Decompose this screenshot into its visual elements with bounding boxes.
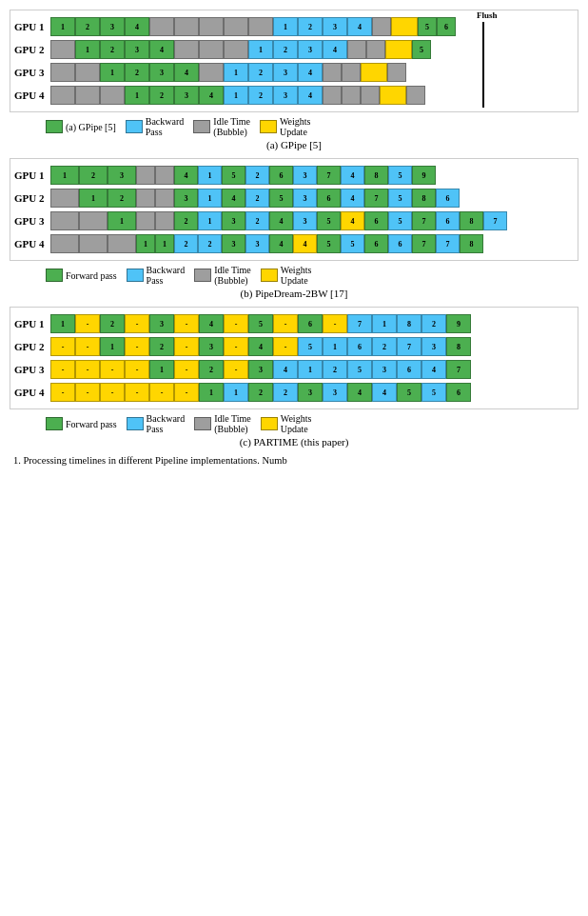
cell: 3 [323,383,347,402]
cell: 3 [293,211,317,230]
cell [199,40,224,59]
cell: 2 [79,166,108,185]
cell: - [224,314,248,333]
timeline: - - 1 - 2 - 3 - 4 - 5 1 6 2 7 3 8 [50,337,574,356]
legend-item-weights: WeightsUpdate [260,116,311,137]
cell [79,234,108,253]
cell: 4 [298,86,323,105]
cell [136,166,155,185]
cell: 2 [174,211,198,230]
cell: 1 [224,383,248,402]
cell: 4 [293,234,317,253]
cell: 2 [248,63,273,82]
cell: 2 [323,360,347,379]
gpu-row: GPU 3 - - - - 1 - 2 - 3 4 1 2 5 3 6 [14,359,574,380]
cell: 1 [198,189,222,208]
figure-caption: 1. Processing timelines in different Pip… [10,455,578,466]
cell: 1 [136,234,155,253]
cell: - [125,360,149,379]
cell: 4 [149,40,174,59]
cell [50,86,75,105]
cell: 9 [412,166,436,185]
legend-color-weights [261,269,278,282]
cell: - [125,383,149,402]
cell: 4 [347,383,372,402]
cell [50,189,79,208]
cell: 4 [341,211,364,230]
gpu-row: GPU 2 1 2 3 1 4 2 5 3 6 4 7 5 [14,188,574,209]
cell: 8 [446,337,471,356]
cell [380,86,406,105]
cell: - [174,337,199,356]
legend-item-idle: Idle Time(Bubble) [194,265,251,286]
cell [174,40,199,59]
cell: 8 [460,211,483,230]
section-gpipe: Flush GPU 1 1 2 3 4 1 2 3 [10,10,578,150]
flush-line [482,22,484,108]
gpu-row: GPU 4 - - - - - - 1 1 2 2 3 3 4 4 5 [14,382,574,403]
legend-item-forward: Forward pass [46,417,117,430]
cell: 2 [245,211,269,230]
caption-gpipe: (a) GPipe [5] [10,139,578,150]
cell: 2 [149,86,174,105]
legend-item-weights: WeightsUpdate [261,265,312,286]
cell: 2 [273,40,298,59]
gpu-row: GPU 2 - - 1 - 2 - 3 - 4 - 5 1 6 2 7 [14,336,574,357]
flush-label: Flush [477,10,498,20]
cell: 3 [222,234,245,253]
cell: 1 [79,189,108,208]
section-pipedream: GPU 1 1 2 3 4 1 5 2 6 3 7 4 8 5 [10,158,578,299]
cell: - [174,360,199,379]
legend-label-forward: Forward pass [66,270,117,281]
gpu-label: GPU 3 [14,364,50,375]
cell: 3 [293,189,317,208]
cell [199,17,224,36]
cell: 3 [273,86,298,105]
cell: 3 [199,337,224,356]
cell: 2 [100,40,125,59]
cell [224,17,248,36]
cell: 5 [412,40,431,59]
cell: 5 [388,166,412,185]
diagram-gpipe: Flush GPU 1 1 2 3 4 1 2 3 [10,10,578,112]
cell: 7 [436,234,460,253]
cell: 1 [50,314,75,333]
timeline: 1 1 2 2 3 3 4 4 5 5 6 6 7 7 8 [50,234,574,253]
cell: 2 [372,337,397,356]
cell: 3 [245,234,269,253]
legend-item-weights: WeightsUpdate [261,413,312,434]
cell: 6 [317,189,341,208]
gpu-label: GPU 1 [14,318,50,329]
cell: 2 [248,86,273,105]
gpu-label: GPU 4 [14,90,50,101]
cell [75,63,100,82]
cell [323,63,342,82]
cell: 1 [323,337,347,356]
cell: - [224,337,248,356]
legend-item-idle: Idle Time(Bubble) [193,116,250,137]
cell: 7 [446,360,471,379]
timeline: 1 - 2 - 3 - 4 - 5 - 6 - 7 1 8 2 9 [50,314,574,333]
gpu-row: GPU 4 1 1 2 2 3 3 4 4 5 5 6 6 [14,233,574,254]
gpu-row: GPU 1 1 - 2 - 3 - 4 - 5 - 6 - 7 1 8 [14,313,574,334]
cell: 4 [248,337,273,356]
gpu-label: GPU 2 [14,44,50,55]
cell: 4 [341,189,364,208]
timeline: - - - - 1 - 2 - 3 4 1 2 5 3 6 4 7 [50,360,574,379]
cell: 3 [149,314,174,333]
cell: 3 [100,17,125,36]
timeline: 1 2 3 4 1 5 2 6 3 7 4 8 5 9 [50,166,574,185]
cell: 4 [421,360,446,379]
legend-label-backward: BackwardPass [147,413,186,434]
cell [199,63,224,82]
cell: 4 [323,40,347,59]
gpu-label: GPU 1 [14,169,50,181]
cell [108,234,136,253]
cell [174,17,199,36]
cell: 1 [198,211,222,230]
gpu-label: GPU 2 [14,192,50,204]
cell: 1 [50,17,75,36]
caption-pipedream: (b) PipeDream-2BW [17] [10,288,578,299]
cell: 3 [421,337,446,356]
cell: 1 [155,234,174,253]
